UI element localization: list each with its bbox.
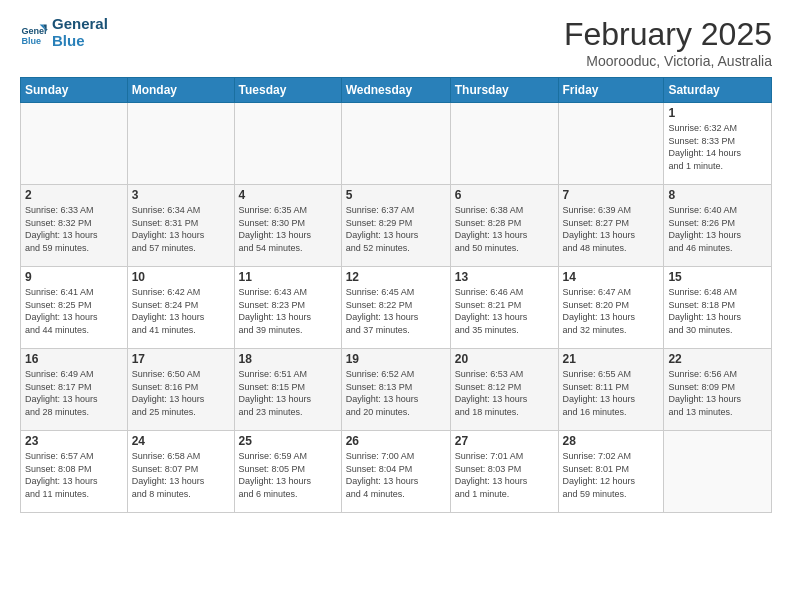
day-number: 3 [132,188,230,202]
day-number: 4 [239,188,337,202]
col-header-monday: Monday [127,78,234,103]
day-number: 13 [455,270,554,284]
col-header-friday: Friday [558,78,664,103]
day-number: 27 [455,434,554,448]
day-number: 2 [25,188,123,202]
header: General Blue General Blue February 2025 … [20,16,772,69]
day-number: 6 [455,188,554,202]
calendar-week-row: 1Sunrise: 6:32 AM Sunset: 8:33 PM Daylig… [21,103,772,185]
month-title: February 2025 [564,16,772,53]
logo-icon: General Blue [20,19,48,47]
calendar-cell: 18Sunrise: 6:51 AM Sunset: 8:15 PM Dayli… [234,349,341,431]
day-info: Sunrise: 6:35 AM Sunset: 8:30 PM Dayligh… [239,204,337,254]
calendar-cell: 16Sunrise: 6:49 AM Sunset: 8:17 PM Dayli… [21,349,128,431]
calendar-cell: 5Sunrise: 6:37 AM Sunset: 8:29 PM Daylig… [341,185,450,267]
day-info: Sunrise: 7:02 AM Sunset: 8:01 PM Dayligh… [563,450,660,500]
calendar-cell [341,103,450,185]
day-number: 24 [132,434,230,448]
day-number: 1 [668,106,767,120]
day-number: 22 [668,352,767,366]
day-info: Sunrise: 6:40 AM Sunset: 8:26 PM Dayligh… [668,204,767,254]
col-header-tuesday: Tuesday [234,78,341,103]
day-number: 18 [239,352,337,366]
calendar-cell: 21Sunrise: 6:55 AM Sunset: 8:11 PM Dayli… [558,349,664,431]
day-info: Sunrise: 6:49 AM Sunset: 8:17 PM Dayligh… [25,368,123,418]
calendar-cell: 2Sunrise: 6:33 AM Sunset: 8:32 PM Daylig… [21,185,128,267]
day-info: Sunrise: 6:57 AM Sunset: 8:08 PM Dayligh… [25,450,123,500]
day-number: 12 [346,270,446,284]
day-number: 17 [132,352,230,366]
location: Moorooduc, Victoria, Australia [564,53,772,69]
col-header-sunday: Sunday [21,78,128,103]
day-info: Sunrise: 6:51 AM Sunset: 8:15 PM Dayligh… [239,368,337,418]
day-info: Sunrise: 6:46 AM Sunset: 8:21 PM Dayligh… [455,286,554,336]
logo-line1: General [52,16,108,33]
calendar-cell: 10Sunrise: 6:42 AM Sunset: 8:24 PM Dayli… [127,267,234,349]
title-block: February 2025 Moorooduc, Victoria, Austr… [564,16,772,69]
calendar-cell: 3Sunrise: 6:34 AM Sunset: 8:31 PM Daylig… [127,185,234,267]
day-info: Sunrise: 6:53 AM Sunset: 8:12 PM Dayligh… [455,368,554,418]
calendar-cell: 19Sunrise: 6:52 AM Sunset: 8:13 PM Dayli… [341,349,450,431]
day-info: Sunrise: 7:01 AM Sunset: 8:03 PM Dayligh… [455,450,554,500]
day-info: Sunrise: 6:41 AM Sunset: 8:25 PM Dayligh… [25,286,123,336]
calendar-cell: 14Sunrise: 6:47 AM Sunset: 8:20 PM Dayli… [558,267,664,349]
calendar-cell: 23Sunrise: 6:57 AM Sunset: 8:08 PM Dayli… [21,431,128,513]
calendar-cell: 28Sunrise: 7:02 AM Sunset: 8:01 PM Dayli… [558,431,664,513]
col-header-saturday: Saturday [664,78,772,103]
logo: General Blue General Blue [20,16,108,49]
logo-line2: Blue [52,33,108,50]
day-number: 21 [563,352,660,366]
day-number: 15 [668,270,767,284]
day-info: Sunrise: 6:33 AM Sunset: 8:32 PM Dayligh… [25,204,123,254]
day-info: Sunrise: 6:47 AM Sunset: 8:20 PM Dayligh… [563,286,660,336]
day-number: 23 [25,434,123,448]
day-info: Sunrise: 6:38 AM Sunset: 8:28 PM Dayligh… [455,204,554,254]
day-info: Sunrise: 6:37 AM Sunset: 8:29 PM Dayligh… [346,204,446,254]
day-info: Sunrise: 7:00 AM Sunset: 8:04 PM Dayligh… [346,450,446,500]
day-number: 10 [132,270,230,284]
day-info: Sunrise: 6:39 AM Sunset: 8:27 PM Dayligh… [563,204,660,254]
col-header-thursday: Thursday [450,78,558,103]
day-number: 16 [25,352,123,366]
day-info: Sunrise: 6:52 AM Sunset: 8:13 PM Dayligh… [346,368,446,418]
day-number: 25 [239,434,337,448]
page-container: General Blue General Blue February 2025 … [0,0,792,523]
day-info: Sunrise: 6:50 AM Sunset: 8:16 PM Dayligh… [132,368,230,418]
calendar-cell: 1Sunrise: 6:32 AM Sunset: 8:33 PM Daylig… [664,103,772,185]
day-info: Sunrise: 6:42 AM Sunset: 8:24 PM Dayligh… [132,286,230,336]
calendar-week-row: 9Sunrise: 6:41 AM Sunset: 8:25 PM Daylig… [21,267,772,349]
day-info: Sunrise: 6:32 AM Sunset: 8:33 PM Dayligh… [668,122,767,172]
calendar-cell: 8Sunrise: 6:40 AM Sunset: 8:26 PM Daylig… [664,185,772,267]
calendar-cell: 17Sunrise: 6:50 AM Sunset: 8:16 PM Dayli… [127,349,234,431]
day-number: 7 [563,188,660,202]
calendar-cell: 24Sunrise: 6:58 AM Sunset: 8:07 PM Dayli… [127,431,234,513]
day-number: 19 [346,352,446,366]
calendar-table: SundayMondayTuesdayWednesdayThursdayFrid… [20,77,772,513]
calendar-cell [127,103,234,185]
day-number: 5 [346,188,446,202]
day-info: Sunrise: 6:55 AM Sunset: 8:11 PM Dayligh… [563,368,660,418]
calendar-cell: 26Sunrise: 7:00 AM Sunset: 8:04 PM Dayli… [341,431,450,513]
calendar-cell: 6Sunrise: 6:38 AM Sunset: 8:28 PM Daylig… [450,185,558,267]
day-info: Sunrise: 6:34 AM Sunset: 8:31 PM Dayligh… [132,204,230,254]
calendar-cell [558,103,664,185]
calendar-cell [234,103,341,185]
calendar-cell: 9Sunrise: 6:41 AM Sunset: 8:25 PM Daylig… [21,267,128,349]
calendar-week-row: 2Sunrise: 6:33 AM Sunset: 8:32 PM Daylig… [21,185,772,267]
day-number: 20 [455,352,554,366]
day-info: Sunrise: 6:59 AM Sunset: 8:05 PM Dayligh… [239,450,337,500]
day-number: 8 [668,188,767,202]
day-info: Sunrise: 6:58 AM Sunset: 8:07 PM Dayligh… [132,450,230,500]
calendar-cell: 15Sunrise: 6:48 AM Sunset: 8:18 PM Dayli… [664,267,772,349]
calendar-header-row: SundayMondayTuesdayWednesdayThursdayFrid… [21,78,772,103]
calendar-cell: 20Sunrise: 6:53 AM Sunset: 8:12 PM Dayli… [450,349,558,431]
calendar-cell: 12Sunrise: 6:45 AM Sunset: 8:22 PM Dayli… [341,267,450,349]
calendar-cell [664,431,772,513]
day-info: Sunrise: 6:48 AM Sunset: 8:18 PM Dayligh… [668,286,767,336]
day-number: 14 [563,270,660,284]
day-info: Sunrise: 6:43 AM Sunset: 8:23 PM Dayligh… [239,286,337,336]
calendar-cell: 13Sunrise: 6:46 AM Sunset: 8:21 PM Dayli… [450,267,558,349]
calendar-cell: 11Sunrise: 6:43 AM Sunset: 8:23 PM Dayli… [234,267,341,349]
calendar-week-row: 23Sunrise: 6:57 AM Sunset: 8:08 PM Dayli… [21,431,772,513]
calendar-cell: 27Sunrise: 7:01 AM Sunset: 8:03 PM Dayli… [450,431,558,513]
